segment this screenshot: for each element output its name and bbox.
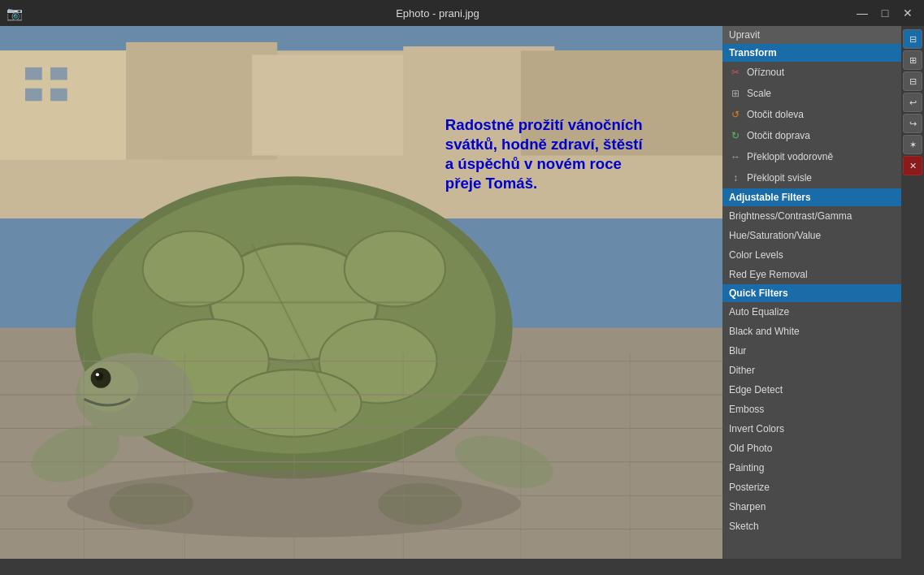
adjust-label-hue: Hue/Saturation/Value (729, 230, 821, 241)
panel-content[interactable]: Transform ✂ Oříznout ⊞ Scale ↺ Otočit do… (722, 44, 901, 559)
quick-item-painting[interactable]: Painting (722, 458, 901, 478)
main-area: Radostné prožití vánočních svátků, hodně… (0, 26, 924, 559)
svg-point-15 (143, 231, 244, 307)
toolbar-btn-3[interactable]: ⊟ (903, 71, 922, 91)
toolbar-btn-4[interactable]: ↩ (903, 93, 922, 112)
svg-text:Radostné prožití vánočních: Radostné prožití vánočních (445, 116, 643, 133)
transform-item-scale[interactable]: ⊞ Scale (722, 83, 901, 104)
quick-item-edge-detect[interactable]: Edge Detect (722, 380, 901, 400)
transform-items: ✂ Oříznout ⊞ Scale ↺ Otočit doleva ↻ Oto… (722, 62, 901, 188)
quick-label-invert-colors: Invert Colors (729, 423, 784, 434)
svg-text:svátků, hodně zdraví, štěstí: svátků, hodně zdraví, štěstí (445, 136, 644, 153)
transform-item-oriz[interactable]: ✂ Oříznout (722, 62, 901, 83)
transform-item-otocit-doprava[interactable]: ↻ Otočit doprava (722, 125, 901, 146)
transform-icon-otocit-doprava: ↻ (729, 129, 742, 142)
transform-section-header: Transform (722, 44, 901, 62)
svg-point-26 (96, 373, 99, 376)
upravit-header: Upravit (722, 26, 901, 44)
quick-label-posterize: Posterize (729, 482, 770, 493)
transform-item-preklopit-vodorovne[interactable]: ↔ Překlopit vodorovně (722, 146, 901, 167)
quick-item-dither[interactable]: Dither (722, 361, 901, 380)
titlebar: 📷 Ephoto - prani.jpg — □ ✕ (0, 0, 924, 26)
minimize-button[interactable]: — (852, 3, 872, 23)
transform-label-oriz: Oříznout (747, 67, 784, 78)
quick-label-emboss: Emboss (729, 404, 764, 415)
quick-label-dither: Dither (729, 365, 755, 376)
toolbar-btn-2[interactable]: ⊞ (903, 50, 922, 70)
toolbar-btn-6[interactable]: ✶ (903, 135, 922, 154)
adjust-item-color-levels[interactable]: Color Levels (722, 245, 901, 265)
quick-item-posterize[interactable]: Posterize (722, 478, 901, 497)
window-title: Ephoto - prani.jpg (23, 7, 852, 19)
transform-label-preklopit-svisie: Překlopit svisle (747, 172, 812, 184)
svg-point-16 (345, 231, 445, 307)
transform-label-otocit-doleva: Otočit doleva (747, 109, 804, 120)
quick-item-black-white[interactable]: Black and White (722, 322, 901, 341)
quick-label-sketch: Sketch (729, 521, 759, 532)
transform-label-scale: Scale (747, 88, 771, 99)
toolbar-btn-close[interactable]: ✕ (903, 156, 922, 175)
right-panel: Upravit Transform ✂ Oříznout ⊞ Scale ↺ O… (722, 26, 901, 559)
quick-items: Auto EqualizeBlack and WhiteBlurDitherEd… (722, 302, 901, 536)
transform-item-otocit-doleva[interactable]: ↺ Otočit doleva (722, 104, 901, 125)
window-controls: — □ ✕ (852, 3, 917, 23)
toolbar-btn-1[interactable]: ⊟ (903, 29, 922, 49)
transform-item-preklopit-svisie[interactable]: ↕ Překlopit svisle (722, 167, 901, 188)
svg-text:a úspěchů v novém roce: a úspěchů v novém roce (445, 155, 622, 172)
adjust-label-brightness: Brightness/Contrast/Gamma (729, 210, 852, 222)
adjustable-section-header: Adjustable Filters (722, 188, 901, 206)
svg-rect-9 (50, 67, 67, 80)
svg-text:přeje Tomáš.: přeje Tomáš. (445, 175, 537, 192)
quick-item-sketch[interactable]: Sketch (722, 517, 901, 536)
image-canvas: Radostné prožití vánočních svátků, hodně… (0, 26, 722, 559)
svg-point-25 (95, 372, 103, 380)
quick-label-edge-detect: Edge Detect (729, 384, 783, 396)
transform-icon-otocit-doleva: ↺ (729, 108, 742, 121)
adjustable-items: Brightness/Contrast/GammaHue/Saturation/… (722, 206, 901, 284)
transform-label-otocit-doprava: Otočit doprava (747, 130, 810, 141)
adjust-item-hue[interactable]: Hue/Saturation/Value (722, 226, 901, 245)
quick-label-painting: Painting (729, 462, 764, 473)
svg-rect-8 (25, 67, 42, 80)
quick-label-black-white: Black and White (729, 326, 800, 337)
quick-item-old-photo[interactable]: Old Photo (722, 439, 901, 458)
quick-item-emboss[interactable]: Emboss (722, 400, 901, 419)
transform-icon-oriz: ✂ (729, 66, 742, 79)
quick-label-blur: Blur (729, 345, 746, 357)
quick-label-old-photo: Old Photo (729, 443, 772, 454)
quick-label-auto-equalize: Auto Equalize (729, 306, 789, 318)
quick-section-header: Quick Filters (722, 284, 901, 302)
upravit-label: Upravit (729, 29, 760, 41)
close-button[interactable]: ✕ (898, 3, 917, 23)
quick-label-sharpen: Sharpen (729, 501, 766, 512)
app-icon: 📷 (7, 5, 23, 21)
svg-rect-10 (25, 89, 42, 102)
adjust-label-color-levels: Color Levels (729, 249, 783, 261)
transform-icon-preklopit-svisie: ↕ (729, 171, 742, 184)
svg-rect-11 (50, 89, 67, 102)
side-toolbar: ⊟ ⊞ ⊟ ↩ ↪ ✶ ✕ (901, 26, 924, 559)
quick-item-blur[interactable]: Blur (722, 341, 901, 361)
quick-item-auto-equalize[interactable]: Auto Equalize (722, 302, 901, 322)
maximize-button[interactable]: □ (875, 3, 895, 23)
transform-icon-preklopit-vodorovne: ↔ (729, 150, 742, 163)
quick-item-invert-colors[interactable]: Invert Colors (722, 419, 901, 439)
turtle-image: Radostné prožití vánočních svátků, hodně… (0, 26, 722, 559)
transform-icon-scale: ⊞ (729, 87, 742, 100)
quick-item-sharpen[interactable]: Sharpen (722, 497, 901, 517)
adjust-item-brightness[interactable]: Brightness/Contrast/Gamma (722, 206, 901, 226)
bottom-bar (0, 559, 924, 575)
transform-label-preklopit-vodorovne: Překlopit vodorovně (747, 151, 833, 162)
toolbar-btn-5[interactable]: ↪ (903, 114, 922, 133)
adjust-label-red-eye: Red Eye Removal (729, 269, 808, 280)
adjust-item-red-eye[interactable]: Red Eye Removal (722, 265, 901, 284)
